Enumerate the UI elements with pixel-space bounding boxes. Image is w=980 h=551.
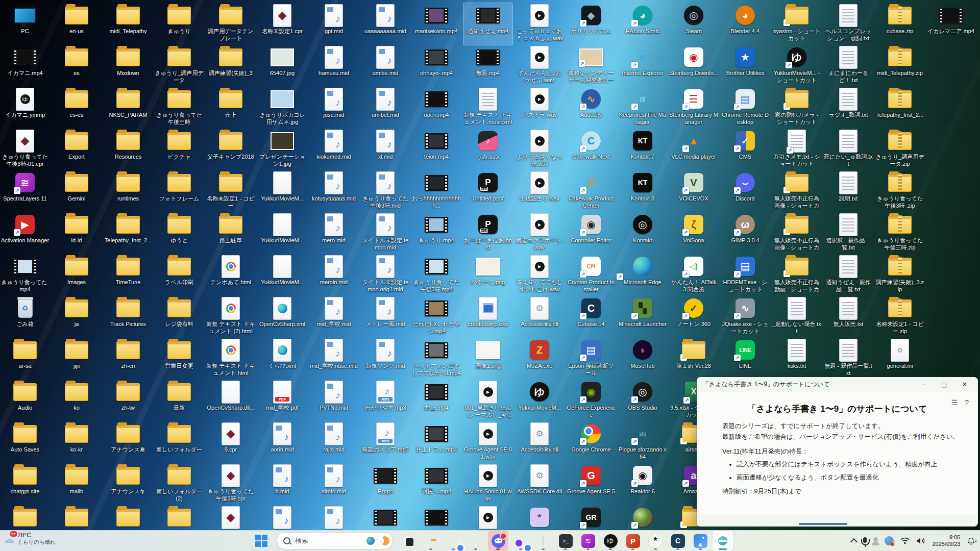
dialog-titlebar[interactable]: 「さよなら手書き 1〜9」のサポートについて – ▢ ✕ <box>697 377 978 392</box>
desktop-icon[interactable]: 調声用データテンプレート <box>206 3 255 45</box>
desktop-icon[interactable]: es <box>52 45 101 87</box>
desktop-icon[interactable]: open.mp4 <box>412 87 461 129</box>
desktop-icon[interactable]: jijii <box>52 338 101 380</box>
desktop-icon[interactable]: ♪タイトル未設定.tempo.mid <box>361 212 410 254</box>
desktop-icon[interactable]: きゅうり_調声用データ <box>155 45 204 87</box>
desktop-icon[interactable]: ko <box>52 380 101 421</box>
desktop-icon[interactable]: きゅうり食ってた午後3時.mp4 <box>412 254 461 296</box>
help-icon[interactable]: ? <box>965 398 969 407</box>
desktop-icon[interactable]: きゅうり.mp4 <box>412 212 461 254</box>
search-input[interactable]: 検索 ←← <box>277 532 393 549</box>
desktop-icon[interactable]: Track Pictures <box>104 296 153 338</box>
desktop-icon[interactable]: ▶バスドラ.wav <box>515 87 564 129</box>
desktop-icon[interactable]: ♪rajio.mid <box>309 421 358 463</box>
desktop-icon[interactable]: ↗家の防犯カメラ - ショートカット <box>772 87 821 129</box>
tray-app-icon[interactable] <box>885 536 894 545</box>
desktop-icon[interactable]: ♪kiokumed.mid <box>309 129 358 170</box>
taskbar-app-microsoft-edge[interactable] <box>465 531 486 551</box>
taskbar-app-powerpoint[interactable]: P <box>623 531 643 551</box>
desktop-icon[interactable]: ↗Google Chrome <box>567 421 616 463</box>
desktop-icon[interactable]: ✓↗CMS <box>721 129 770 170</box>
desktop-icon[interactable]: PNT2おーばーまにあ.ppsf <box>463 212 512 254</box>
desktop-icon[interactable]: ♪mero.mid <box>309 212 358 254</box>
desktop-icon[interactable]: ◆きゅうり食ってた午後3時-01.cpr <box>1 129 50 170</box>
desktop-icon[interactable]: ◎↗OBS Studio <box>618 380 667 421</box>
desktop-icon[interactable]: createdump.exe <box>463 296 512 338</box>
desktop-icon[interactable]: ♪sirofo.mid <box>309 463 358 505</box>
desktop-icon[interactable]: ♪新規ソング.mid <box>361 338 410 380</box>
desktop-icon[interactable]: 新規 テキスト ドキュメント.musicxml <box>463 87 512 129</box>
desktop-icon[interactable]: LINE↗LINE <box>721 338 770 380</box>
desktop-icon[interactable]: Resources <box>104 129 153 170</box>
desktop-icon[interactable]: ⚙AWSSDK.Core.dll <box>515 463 564 505</box>
desktop-icon[interactable]: ♪mid_学校muse.mid <box>309 338 358 380</box>
desktop-icon[interactable]: chatgpt-site <box>1 463 50 505</box>
desktop-icon[interactable]: ZMoZA.exe <box>515 338 564 380</box>
desktop-icon[interactable]: ⚙Accessibility.dll <box>515 296 564 338</box>
desktop-icon[interactable]: ♪xl.mid <box>361 129 410 170</box>
desktop-icon[interactable]: ▶答え知っててもむずいわこれ.wav <box>515 254 564 296</box>
desktop-icon[interactable]: 井上ドラム.mp4 <box>412 421 461 463</box>
taskbar-app-photos[interactable]: ▲ <box>690 531 710 551</box>
desktop-icon[interactable]: きゅうり_調声用データ.zip <box>875 129 924 170</box>
desktop-icon[interactable]: 井上.mp4 <box>412 380 461 421</box>
taskbar-app-cubase[interactable]: C <box>668 531 688 551</box>
desktop-icon[interactable]: ◉Steinberg Downlo... <box>669 45 718 87</box>
taskbar-app-sayonara-tegaki[interactable] <box>713 531 733 551</box>
desktop-icon[interactable]: ◎Kontakt <box>618 212 667 254</box>
desktop-icon[interactable]: ゆうと <box>155 212 204 254</box>
desktop-icon[interactable]: きゅうり食ってた午後三時.zip <box>875 212 924 254</box>
desktop-icon[interactable]: ⚙Accessibility.dll <box>515 421 564 463</box>
taskbar-app-notepad[interactable] <box>533 531 553 551</box>
desktop-icon[interactable]: ζ↗VoiSona <box>669 212 718 254</box>
desktop-icon[interactable]: ja <box>52 296 101 338</box>
desktop-icon[interactable]: ゆ↗YukkuriMovieM... - ショートカット <box>772 45 821 87</box>
taskbar-app-spectralayers[interactable]: ≋ <box>578 531 598 551</box>
desktop-icon[interactable]: NKSC_PARAM <box>104 87 153 129</box>
desktop-icon[interactable]: 説明.txt <box>824 170 873 212</box>
desktop-icon[interactable]: 名称未設定1 - コピー <box>206 170 255 212</box>
desktop-icon[interactable]: ▤↗Chrome Remote Desktop <box>721 87 770 129</box>
desktop-icon[interactable]: テンポあて.html <box>206 254 255 296</box>
desktop-icon[interactable]: Auto Saves <box>1 421 50 463</box>
desktop-icon[interactable]: Telepathy_Inst_2... <box>875 87 924 129</box>
desktop-icon[interactable]: アナウンス夏 <box>104 421 153 463</box>
desktop-icon[interactable]: ☰↗Cakewalk Product Center <box>567 170 616 212</box>
microphone-icon[interactable] <box>863 537 867 545</box>
desktop-icon[interactable]: ω↗GIMP 3.0.4 <box>721 212 770 254</box>
desktop-icon[interactable]: イカレマニア.mp4 <box>926 3 975 45</box>
desktop-icon[interactable]: V↗VOICEVOX <box>669 170 718 212</box>
desktop-icon[interactable]: ▲↗VLC media player <box>669 129 718 170</box>
desktop-icon[interactable]: YukkuriMovieM... <box>258 254 307 296</box>
desktop-icon[interactable]: ♻ごみ箱 <box>1 296 50 338</box>
taskbar-clock[interactable]: 9:05 2025/09/23 <box>932 534 960 547</box>
desktop-icon[interactable]: ◉↗GeForce Experience <box>567 380 616 421</box>
desktop-icon[interactable]: ♪gpt.mid <box>309 3 358 45</box>
desktop-icon[interactable]: midi_Telepathy <box>104 3 153 45</box>
desktop-icon[interactable]: C↗Cakewalk Next <box>567 129 616 170</box>
desktop-icon[interactable]: en-us <box>52 3 101 45</box>
start-button[interactable] <box>251 531 272 551</box>
desktop-icon[interactable]: 調声練習(失敗)_3.zip <box>875 254 924 296</box>
desktop-icon[interactable]: Audio <box>1 380 50 421</box>
desktop-icon[interactable]: きゅうり <box>155 3 204 45</box>
desktop-icon[interactable]: sfz↗Plogue sforzando x64 <box>618 421 667 463</box>
desktop-icon[interactable]: zh-tw <box>104 380 153 421</box>
desktop-icon[interactable]: 父子キャンプ2018 <box>206 129 255 170</box>
taskbar-app-chatgpt[interactable]: * <box>645 531 666 551</box>
desktop-icon[interactable]: ▤↗HDDFMT.exe - ショートカット <box>721 254 770 296</box>
desktop-icon[interactable]: ∿↗Audacity <box>567 87 616 129</box>
desktop-icon[interactable]: ⚙general.ini <box>875 338 924 380</box>
taskbar-app-terminal[interactable]: >_ <box>555 531 576 551</box>
desktop-icon[interactable]: ohhayo-.mp4 <box>412 45 461 87</box>
desktop-icon[interactable]: ◆きゅうり食ってた午後3時.cpr <box>206 463 255 505</box>
desktop-icon[interactable]: 新規 テキスト ドキュメント.html <box>206 338 255 380</box>
desktop-icon[interactable]: 名称未設定1 - コピー.zip <box>875 296 924 338</box>
menu-icon[interactable]: ☰ <box>951 398 958 407</box>
desktop-icon[interactable]: Telepathy_Inst_2... <box>104 212 153 254</box>
desktop-icon[interactable]: 路上駐車 <box>206 212 255 254</box>
desktop-icon[interactable]: ▶よりうるさくなった.wav <box>515 129 564 170</box>
desktop-icon[interactable]: ★Brother Utilities <box>721 45 770 87</box>
desktop-icon[interactable]: ∿↗JQuake.exe - ショートカット <box>721 296 770 338</box>
desktop-icon[interactable]: ゆYukkuriMovieM... <box>515 380 564 421</box>
